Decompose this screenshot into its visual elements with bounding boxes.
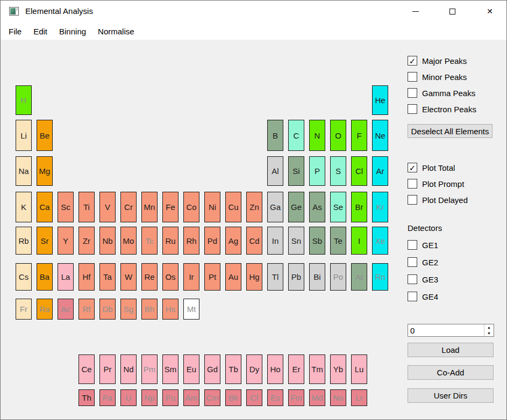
element-cell-zr[interactable]: Zr: [78, 227, 95, 255]
checkbox-ge4[interactable]: GE4: [408, 292, 438, 301]
spinbox-value[interactable]: 0: [408, 324, 484, 336]
element-cell-kr[interactable]: Kr: [372, 192, 388, 222]
element-cell-na[interactable]: Na: [16, 156, 32, 186]
element-cell-s[interactable]: S: [330, 156, 346, 186]
co-add-button[interactable]: Co-Add: [408, 365, 494, 380]
checkbox-minor-peaks[interactable]: Minor Peaks: [408, 72, 467, 82]
element-cell-bk[interactable]: Bk: [225, 389, 241, 406]
element-cell-pr[interactable]: Pr: [99, 354, 116, 384]
checkbox-box-ge2[interactable]: [408, 257, 417, 267]
element-cell-li[interactable]: Li: [16, 120, 32, 151]
element-cell-f[interactable]: F: [351, 120, 367, 151]
element-cell-sg[interactable]: Sg: [120, 299, 137, 320]
element-cell-n[interactable]: N: [309, 120, 325, 151]
element-cell-hg[interactable]: Hg: [246, 263, 262, 291]
element-cell-tl[interactable]: Tl: [267, 263, 283, 291]
element-cell-ac[interactable]: Ac: [58, 299, 74, 320]
element-cell-ag[interactable]: Ag: [225, 227, 241, 255]
element-cell-cs[interactable]: Cs: [16, 263, 32, 291]
checkbox-box-major-peaks[interactable]: ✓: [408, 56, 417, 66]
element-cell-db[interactable]: Db: [99, 299, 116, 320]
element-cell-lr[interactable]: Lr: [351, 389, 367, 406]
element-cell-as[interactable]: As: [309, 192, 325, 222]
element-cell-er[interactable]: Er: [288, 354, 304, 384]
element-cell-th[interactable]: Th: [78, 389, 95, 406]
element-cell-rn[interactable]: Rn: [372, 263, 388, 291]
element-cell-ir[interactable]: Ir: [183, 263, 199, 291]
element-cell-cr[interactable]: Cr: [120, 192, 137, 222]
spin-up-icon[interactable]: ▲: [484, 324, 494, 330]
element-cell-h[interactable]: H: [16, 85, 32, 115]
element-cell-be[interactable]: Be: [37, 120, 53, 151]
element-cell-sb[interactable]: Sb: [309, 227, 325, 255]
element-cell-pt[interactable]: Pt: [204, 263, 220, 291]
element-cell-bi[interactable]: Bi: [309, 263, 325, 291]
close-button[interactable]: ✕: [477, 1, 502, 22]
element-cell-ne[interactable]: Ne: [372, 120, 388, 151]
element-cell-os[interactable]: Os: [162, 263, 178, 291]
maximize-button[interactable]: [440, 1, 465, 22]
element-cell-zn[interactable]: Zn: [246, 192, 262, 222]
element-cell-mg[interactable]: Mg: [37, 156, 53, 186]
menu-item-file[interactable]: File: [3, 25, 27, 38]
element-cell-pb[interactable]: Pb: [288, 263, 304, 291]
element-cell-rb[interactable]: Rb: [16, 227, 32, 255]
checkbox-box-plot-total[interactable]: ✓: [408, 163, 417, 172]
element-cell-tm[interactable]: Tm: [309, 354, 325, 384]
checkbox-box-plot-delayed[interactable]: [408, 195, 417, 205]
element-cell-nd[interactable]: Nd: [120, 354, 137, 384]
element-cell-pu[interactable]: Pu: [162, 389, 178, 406]
element-cell-sc[interactable]: Sc: [58, 192, 74, 222]
element-cell-ca[interactable]: Ca: [37, 192, 53, 222]
element-cell-br[interactable]: Br: [351, 192, 367, 222]
checkbox-plot-prompt[interactable]: Plot Prompt: [408, 179, 464, 189]
element-cell-pa[interactable]: Pa: [99, 389, 116, 406]
element-cell-au[interactable]: Au: [225, 263, 241, 291]
menu-item-normalise[interactable]: Normalise: [92, 25, 140, 38]
spin-down-icon[interactable]: ▼: [484, 330, 494, 336]
element-cell-mt[interactable]: Mt: [183, 299, 199, 320]
element-cell-se[interactable]: Se: [330, 192, 346, 222]
element-cell-mn[interactable]: Mn: [141, 192, 158, 222]
element-cell-cu[interactable]: Cu: [225, 192, 241, 222]
element-cell-xe[interactable]: Xe: [372, 227, 388, 255]
checkbox-electron-peaks[interactable]: Electron Peaks: [408, 104, 476, 114]
element-cell-cm[interactable]: Cm: [204, 389, 220, 406]
checkbox-box-electron-peaks[interactable]: [408, 104, 417, 114]
element-cell-te[interactable]: Te: [330, 227, 346, 255]
element-cell-md[interactable]: Md: [309, 389, 325, 406]
checkbox-box-plot-prompt[interactable]: [408, 179, 417, 189]
element-cell-fr[interactable]: Fr: [16, 299, 32, 320]
element-cell-sn[interactable]: Sn: [288, 227, 304, 255]
checkbox-plot-total[interactable]: ✓Plot Total: [408, 163, 455, 172]
element-cell-ra[interactable]: Ra: [37, 299, 53, 320]
minimize-button[interactable]: [403, 1, 428, 22]
element-cell-sm[interactable]: Sm: [162, 354, 178, 384]
element-cell-he[interactable]: He: [372, 85, 388, 115]
element-cell-u[interactable]: U: [120, 389, 137, 406]
element-cell-yb[interactable]: Yb: [330, 354, 346, 384]
menu-item-binning[interactable]: Binning: [53, 25, 92, 38]
element-cell-rf[interactable]: Rf: [78, 299, 95, 320]
deselect-all-elements-button[interactable]: Deselect All Elements: [408, 124, 492, 138]
element-cell-k[interactable]: K: [16, 192, 32, 222]
file-number-spinbox[interactable]: 0 ▲ ▼: [408, 324, 494, 337]
checkbox-major-peaks[interactable]: ✓Major Peaks: [408, 56, 467, 66]
checkbox-box-ge3[interactable]: [408, 274, 417, 284]
element-cell-ti[interactable]: Ti: [78, 192, 95, 222]
element-cell-b[interactable]: B: [267, 120, 283, 151]
element-cell-rh[interactable]: Rh: [183, 227, 199, 255]
checkbox-box-ge1[interactable]: [408, 240, 417, 250]
menu-item-edit[interactable]: Edit: [27, 25, 53, 38]
element-cell-in[interactable]: In: [267, 227, 283, 255]
element-cell-co[interactable]: Co: [183, 192, 199, 222]
element-cell-hs[interactable]: Hs: [162, 299, 178, 320]
element-cell-ho[interactable]: Ho: [267, 354, 283, 384]
element-cell-i[interactable]: I: [351, 227, 367, 255]
element-cell-y[interactable]: Y: [58, 227, 74, 255]
element-cell-v[interactable]: V: [99, 192, 116, 222]
element-cell-cl[interactable]: Cl: [351, 156, 367, 186]
element-cell-bh[interactable]: Bh: [141, 299, 158, 320]
element-cell-w[interactable]: W: [120, 263, 137, 291]
element-cell-al[interactable]: Al: [267, 156, 283, 186]
